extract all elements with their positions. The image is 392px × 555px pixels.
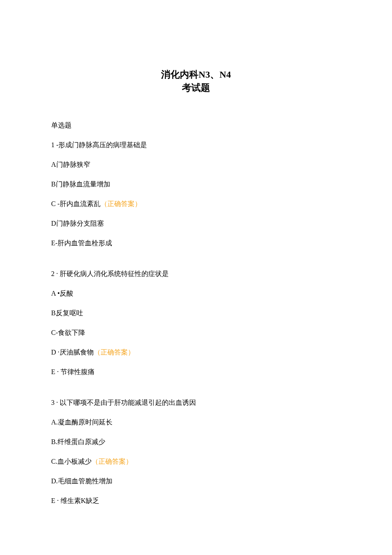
option-line: C -肝内血流紊乱（正确答案） (51, 199, 341, 209)
questions-container: 1 -形成门静脉高压的病理基础是A门静脉狭窄B门静脉血流量增加C -肝内血流紊乱… (51, 140, 341, 506)
option-line: B反复呕吐 (51, 308, 341, 318)
option-text: C.血小板减少 (51, 458, 92, 465)
document-title: 消化内科N3、N4 考试题 (51, 68, 341, 95)
option-line: A门静脉狭窄 (51, 160, 341, 170)
option-text: D.毛细血管脆性增加 (51, 477, 112, 485)
title-line-1: 消化内科N3、N4 (51, 68, 341, 81)
option-line: A.凝血酶原时间延长 (51, 417, 341, 427)
option-line: C.血小板减少（正确答案） (51, 456, 341, 467)
option-line: D ·厌油腻食物（正确答案） (51, 347, 341, 357)
option-line: C-食欲下降 (51, 328, 341, 338)
option-text: A门静脉狭窄 (51, 161, 90, 168)
title-prefix: 消化内科 (161, 69, 199, 80)
question-stem: 3 · 以下哪项不是由于肝功能减退引起的出血诱因 (51, 398, 341, 408)
option-text: E · 维生素K缺乏 (51, 497, 99, 504)
section-label: 单选题 (51, 120, 341, 131)
option-text: E · 节律性腹痛 (51, 368, 95, 375)
option-line: D门静脉分支阻塞 (51, 218, 341, 229)
option-line: B门静脉血流量增加 (51, 179, 341, 189)
option-text: A.凝血酶原时间延长 (51, 418, 112, 426)
question-block: 3 · 以下哪项不是由于肝功能减退引起的出血诱因A.凝血酶原时间延长B.纤维蛋白… (51, 398, 341, 506)
option-text: D门静脉分支阻塞 (51, 220, 104, 227)
correct-answer-label: （正确答案） (94, 349, 135, 356)
question-stem: 2 · 肝硬化病人消化系统特征性的症状是 (51, 269, 341, 279)
option-text: C-食欲下降 (51, 329, 85, 336)
question-stem: 1 -形成门静脉高压的病理基础是 (51, 140, 341, 150)
option-line: A •反酸 (51, 288, 341, 299)
option-text: B门静脉血流量增加 (51, 180, 110, 188)
question-block: 1 -形成门静脉高压的病理基础是A门静脉狭窄B门静脉血流量增加C -肝内血流紊乱… (51, 140, 341, 248)
option-text: E-肝内血管血栓形成 (51, 239, 112, 247)
option-text: A •反酸 (51, 290, 73, 297)
option-text: B.纤维蛋白原减少 (51, 438, 105, 445)
option-text: B反复呕吐 (51, 309, 83, 317)
question-block: 2 · 肝硬化病人消化系统特征性的症状是A •反酸B反复呕吐C-食欲下降D ·厌… (51, 269, 341, 377)
option-line: E-肝内血管血栓形成 (51, 238, 341, 248)
correct-answer-label: （正确答案） (92, 458, 133, 465)
option-line: B.纤维蛋白原减少 (51, 437, 341, 447)
title-line-2: 考试题 (51, 81, 341, 95)
option-text: D ·厌油腻食物 (51, 349, 94, 356)
option-line: D.毛细血管脆性增加 (51, 476, 341, 486)
correct-answer-label: （正确答案） (101, 200, 141, 207)
option-line: E · 节律性腹痛 (51, 367, 341, 377)
option-line: E · 维生素K缺乏 (51, 496, 341, 506)
option-text: C -肝内血流紊乱 (51, 200, 101, 207)
title-bold: N3、N4 (199, 69, 231, 80)
